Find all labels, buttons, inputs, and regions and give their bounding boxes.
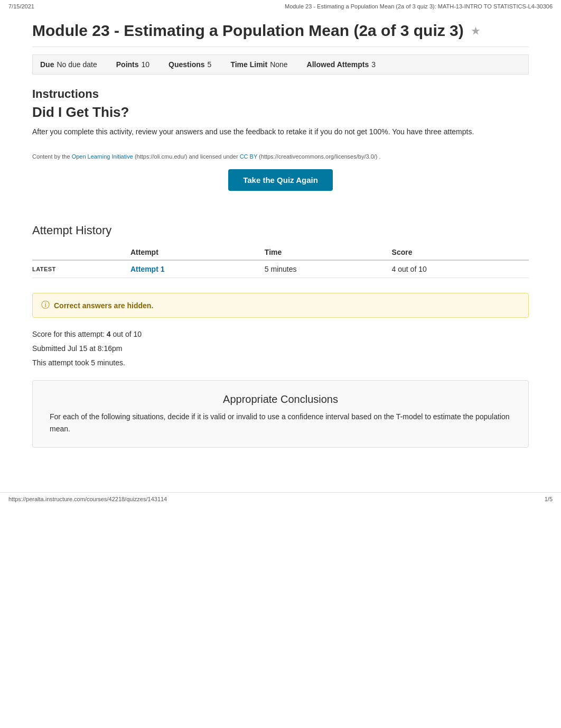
- notice-text: Correct answers are hidden.: [54, 301, 153, 310]
- quiz-button-container: Take the Quiz Again: [32, 169, 529, 208]
- did-i-get-this-heading: Did I Get This?: [32, 104, 529, 121]
- col-empty: [32, 245, 130, 260]
- attempt-cell: Attempt 1: [130, 260, 265, 278]
- notice-box: ⓘ Correct answers are hidden.: [32, 293, 529, 318]
- attempt-link[interactable]: Attempt 1: [130, 265, 165, 273]
- table-header-row: Attempt Time Score: [32, 245, 529, 260]
- score-line1: Score for this attempt: 4 out of 10: [32, 327, 529, 342]
- instructions-heading: Instructions: [32, 87, 529, 101]
- meta-due: Due No due date: [40, 60, 97, 69]
- notice-icon: ⓘ: [41, 300, 50, 311]
- question-card: Appropriate Conclusions For each of the …: [32, 380, 529, 448]
- page-wrapper: Module 23 - Estimating a Population Mean…: [16, 13, 545, 482]
- time-limit-value: None: [270, 60, 287, 69]
- footer-url: https://peralta.instructure.com/courses/…: [8, 496, 167, 502]
- question-card-title: Appropriate Conclusions: [50, 393, 511, 406]
- latest-badge: LATEST: [32, 260, 130, 278]
- due-value: No due date: [57, 60, 97, 69]
- meta-bar: Due No due date Points 10 Questions 5 Ti…: [32, 54, 529, 75]
- question-card-body: For each of the following situations, de…: [50, 411, 511, 435]
- footer-pagination: 1/5: [545, 496, 553, 502]
- questions-label: Questions: [169, 60, 204, 69]
- allowed-label: Allowed Attempts: [307, 60, 369, 69]
- score-cell: 4 out of 10: [392, 260, 529, 278]
- meta-points: Points 10: [116, 60, 149, 69]
- meta-questions: Questions 5: [169, 60, 211, 69]
- score-line2: Submitted Jul 15 at 8:16pm: [32, 342, 529, 356]
- points-value: 10: [142, 60, 150, 69]
- points-label: Points: [116, 60, 139, 69]
- content-attribution: Content by the Open Learning Initiative …: [32, 153, 529, 160]
- questions-value: 5: [208, 60, 212, 69]
- attempt-history-heading: Attempt History: [32, 224, 529, 237]
- oli-link[interactable]: Open Learning Initiative: [72, 153, 133, 160]
- top-bar-date: 7/15/2021: [8, 3, 34, 10]
- col-attempt-header: Attempt: [130, 245, 265, 260]
- take-quiz-again-button[interactable]: Take the Quiz Again: [228, 169, 333, 191]
- allowed-value: 3: [371, 60, 376, 69]
- instructions-body: After you complete this activity, review…: [32, 126, 529, 137]
- meta-allowed-attempts: Allowed Attempts 3: [307, 60, 376, 69]
- top-bar-title: Module 23 - Estimating a Population Mean…: [285, 3, 553, 10]
- top-bar: 7/15/2021 Module 23 - Estimating a Popul…: [0, 0, 561, 13]
- page-title: Module 23 - Estimating a Population Mean…: [32, 13, 529, 47]
- score-line3: This attempt took 5 minutes.: [32, 356, 529, 370]
- table-row: LATEST Attempt 1 5 minutes 4 out of 10: [32, 260, 529, 278]
- star-icon: ★: [471, 26, 480, 38]
- due-label: Due: [40, 60, 54, 69]
- attempt-history-table: Attempt Time Score LATEST Attempt 1 5 mi…: [32, 245, 529, 278]
- time-cell: 5 minutes: [265, 260, 392, 278]
- col-time-header: Time: [265, 245, 392, 260]
- score-detail: Score for this attempt: 4 out of 10 Subm…: [32, 327, 529, 370]
- footer-bar: https://peralta.instructure.com/courses/…: [0, 492, 561, 505]
- cc-by-link[interactable]: CC BY: [240, 153, 257, 160]
- time-limit-label: Time Limit: [230, 60, 267, 69]
- meta-time-limit: Time Limit None: [230, 60, 287, 69]
- col-score-header: Score: [392, 245, 529, 260]
